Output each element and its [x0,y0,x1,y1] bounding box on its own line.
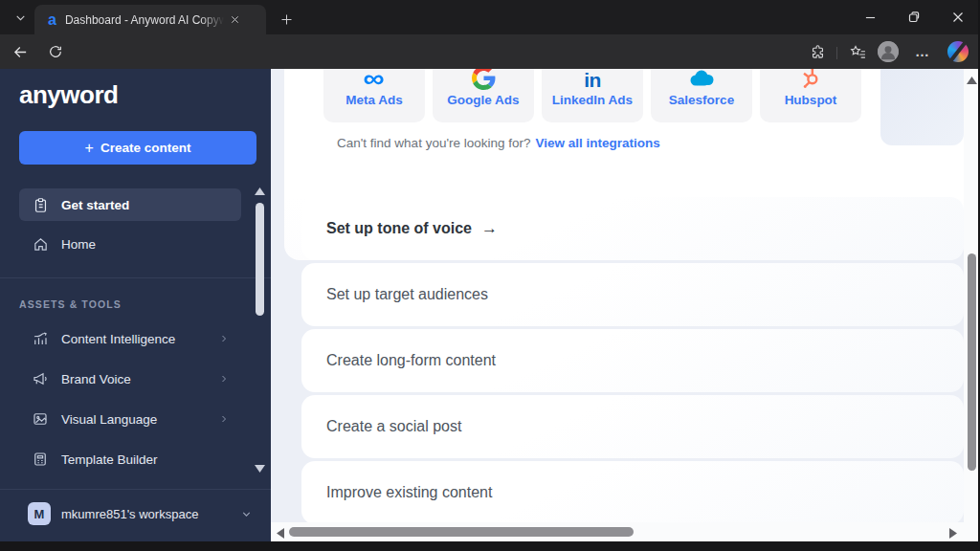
integration-label: Google Ads [433,93,534,107]
person-icon [878,41,899,62]
tab-title: Dashboard - Anyword AI Copywri [65,13,224,27]
sidebar-item-template-builder[interactable]: Template Builder [19,443,241,475]
task-card-long-form-content[interactable]: Create long-form content [301,329,964,392]
sidebar-item-label: Home [61,237,241,252]
scroll-up-arrow[interactable] [967,77,977,84]
refresh-button[interactable] [43,40,68,63]
collections-button[interactable] [846,41,869,62]
task-label: Create long-form content [326,352,496,369]
chevron-down-icon [240,508,253,520]
bar-chart-icon [32,330,49,347]
ellipsis-icon: … [915,47,930,56]
minimize-button[interactable] [848,0,892,34]
restore-icon [908,11,920,23]
integration-label: LinkedIn Ads [542,93,643,107]
sidebar-item-label: Visual Language [61,412,218,427]
section-header: ASSETS & TOOLS [19,298,122,310]
back-button[interactable] [8,40,33,63]
task-card-social-post[interactable]: Create a social post [301,395,964,458]
sidebar-divider [0,277,271,278]
new-tab-button[interactable] [276,9,297,30]
integration-label: Hubspot [760,93,861,107]
sidebar-item-label: Brand Voice [61,372,218,386]
tab-close-button[interactable] [226,11,245,30]
megaphone-icon [32,370,49,387]
navigation-bar: https://go.anyword.com/dashboard … [0,34,980,69]
arrow-right-icon: → [481,219,498,238]
close-icon [230,14,240,25]
sidebar-item-visual-language[interactable]: Visual Language [19,403,241,435]
sidebar-item-brand-voice[interactable]: Brand Voice [19,363,241,395]
title-bar: a Dashboard - Anyword AI Copywri [0,0,980,34]
horizontal-scrollbar-thumb[interactable] [289,527,634,537]
sidebar-scrollbar-thumb[interactable] [256,203,264,316]
task-label: Create a social post [326,418,461,435]
settings-menu-button[interactable]: … [911,41,934,62]
dashboard-content: ∞ Meta Ads Google Ads in LinkedIn Ads [271,69,980,541]
sidebar-footer-divider [0,489,271,490]
collections-star-icon [849,44,867,60]
salesforce-logo-icon [686,69,717,90]
copilot-button[interactable] [947,41,969,62]
chevron-right-icon [218,373,230,385]
sidebar-scroll-down-arrow[interactable] [255,465,265,473]
scroll-right-arrow[interactable] [949,528,957,539]
browser-window: a Dashboard - Anyword AI Copywri [0,0,980,551]
toolbar-divider [836,47,837,59]
task-label: Set up tone of voice [326,220,472,237]
chevron-down-icon [14,11,27,24]
google-logo-icon [472,69,496,90]
template-icon [32,451,49,468]
chevron-right-icon [218,413,230,425]
app-sidebar: anyword + Create content Get started Hom… [0,69,271,541]
anyword-favicon-icon: a [48,12,56,28]
task-label: Improve existing content [326,484,492,501]
hubspot-logo-icon [798,69,823,90]
create-content-button[interactable]: + Create content [19,131,256,165]
workspace-avatar: M [28,502,51,525]
integration-card-salesforce[interactable]: Salesforce [651,69,752,122]
clipboard-icon [32,196,49,213]
partial-panel [880,69,964,145]
task-card-improve-content[interactable]: Improve existing content [301,461,964,524]
integration-label: Meta Ads [323,93,425,107]
sidebar-item-home[interactable]: Home [19,228,241,260]
horizontal-scrollbar[interactable] [271,522,980,541]
sidebar-item-label: Content Intelligence [61,332,218,346]
create-content-label: Create content [100,141,191,155]
chevron-right-icon [218,333,230,344]
integration-card-meta-ads[interactable]: ∞ Meta Ads [323,69,425,122]
plus-icon: + [85,140,94,157]
sidebar-item-get-started[interactable]: Get started [19,188,241,221]
close-window-button[interactable] [936,0,980,34]
vertical-scrollbar-thumb[interactable] [968,253,976,471]
sidebar-item-label: Template Builder [61,452,241,467]
integrations-help-line: Can't find what you're looking for?View … [337,136,660,150]
task-card-tone-of-voice[interactable]: Set up tone of voice → [301,197,964,260]
close-icon [952,11,964,23]
anyword-logo: anyword [19,80,118,110]
refresh-icon [48,44,63,59]
scroll-left-arrow[interactable] [277,528,284,539]
integration-card-linkedin-ads[interactable]: in LinkedIn Ads [542,69,643,122]
minimize-icon [865,12,876,23]
profile-avatar[interactable] [878,41,899,62]
task-card-target-audiences[interactable]: Set up target audiences [301,263,964,326]
sidebar-item-content-intelligence[interactable]: Content Intelligence [19,322,241,355]
integration-card-google-ads[interactable]: Google Ads [433,69,534,122]
tab-search-button[interactable] [10,8,31,27]
integration-label: Salesforce [651,93,752,107]
restore-button[interactable] [892,0,936,34]
plus-icon [279,12,294,27]
window-bottom-frame [0,541,980,551]
integration-card-hubspot[interactable]: Hubspot [760,69,861,122]
task-label: Set up target audiences [326,286,488,303]
window-controls [848,0,980,34]
view-all-integrations-link[interactable]: View all integrations [536,136,660,150]
browser-tab[interactable]: a Dashboard - Anyword AI Copywri [34,5,266,34]
workspace-switcher[interactable]: M mkumre851's workspace [19,499,253,528]
image-icon [32,410,49,428]
extensions-button[interactable] [806,41,829,62]
sidebar-scroll-up-arrow[interactable] [255,187,265,195]
meta-logo-icon: ∞ [364,69,385,90]
